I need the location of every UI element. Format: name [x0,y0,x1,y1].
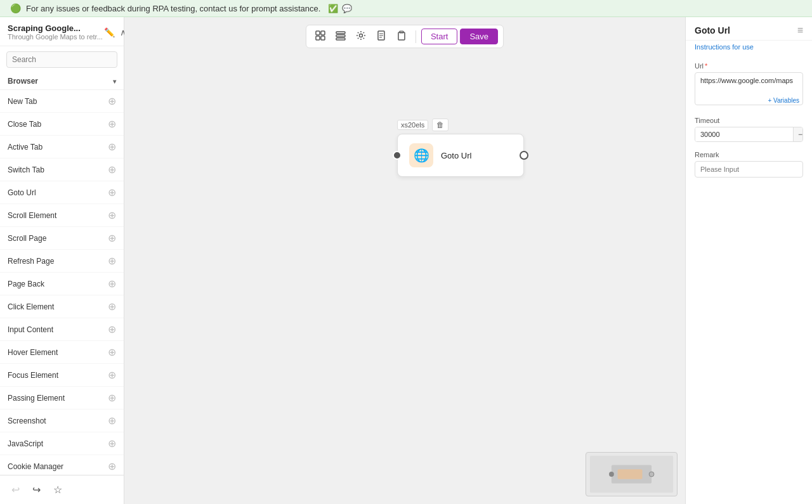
right-panel: Goto Url ≡ Instructions for use Url * ht… [685,17,812,504]
add-icon[interactable]: ⊕ [108,415,116,427]
redo-button[interactable]: ↪ [29,481,44,498]
add-icon[interactable]: ⊕ [108,460,116,472]
right-panel-header: Goto Url ≡ [686,17,812,41]
node-label-row: xs20els 🗑 [397,119,524,131]
sidebar-item-new-tab[interactable]: New Tab ⊕ [0,90,124,113]
sidebar-item-switch-tab[interactable]: Switch Tab ⊕ [0,158,124,181]
sidebar-item-label: Switch Tab [8,165,44,174]
required-star: * [705,62,707,70]
add-icon[interactable]: ⊕ [108,278,116,290]
star-button[interactable]: ☆ [49,481,66,498]
file-button[interactable] [372,28,390,45]
edit-project-button[interactable]: ✏️ [103,26,116,39]
sidebar-item-label: Input Content [8,325,53,334]
svg-rect-2 [316,36,320,40]
right-panel-body: Url * https://www.google.com/maps + Vari… [686,56,812,504]
sidebar-item-javascript[interactable]: JavaScript ⊕ [0,432,124,455]
save-button[interactable]: Save [460,29,498,44]
browser-section: Browser ▾ New Tab ⊕ Close Tab ⊕ Active T… [0,73,124,475]
start-button[interactable]: Start [421,29,457,44]
svg-rect-3 [321,36,325,40]
svg-point-7 [359,34,362,37]
sidebar-item-label: Page Back [8,280,44,288]
grid-view-button[interactable] [311,28,329,45]
timeout-input[interactable] [695,127,793,141]
toolbar-divider [416,30,416,43]
svg-rect-1 [321,31,325,35]
add-icon[interactable]: ⊕ [108,323,116,335]
sidebar-item-scroll-page[interactable]: Scroll Page ⊕ [0,227,124,250]
discord-icon: 💬 [342,4,352,13]
check-icon: 🟢 [10,3,21,13]
node-card[interactable]: 🌐 Goto Url [397,134,524,177]
add-icon[interactable]: ⊕ [108,437,116,449]
undo-button[interactable]: ↩ [8,481,23,498]
sidebar-item-label: Focus Element [8,371,58,380]
sidebar-item-hover-element[interactable]: Hover Element ⊕ [0,341,124,364]
node-icon: 🌐 [409,143,433,167]
sidebar-item-goto-url[interactable]: Goto Url ⊕ [0,181,124,204]
add-icon[interactable]: ⊕ [108,369,116,381]
sidebar-item-focus-element[interactable]: Focus Element ⊕ [0,364,124,387]
sidebar-item-refresh-page[interactable]: Refresh Page ⊕ [0,250,124,273]
sidebar-item-click-element[interactable]: Click Element ⊕ [0,295,124,318]
sidebar-item-label: Refresh Page [8,257,54,266]
sidebar-item-label: Goto Url [8,188,36,197]
top-banner: 🟢 For any issues or feedback during RPA … [0,0,812,17]
right-panel-menu-icon[interactable]: ≡ [797,25,803,36]
browser-section-label: Browser [8,77,38,86]
add-icon[interactable]: ⊕ [108,164,116,176]
add-icon[interactable]: ⊕ [108,346,116,358]
add-icon[interactable]: ⊕ [108,209,116,221]
sidebar-item-close-tab[interactable]: Close Tab ⊕ [0,113,124,136]
search-input[interactable] [6,51,117,68]
instructions-link[interactable]: Instructions for use [686,41,812,56]
sidebar-item-input-content[interactable]: Input Content ⊕ [0,318,124,341]
main-layout: Scraping Google... Through Google Maps t… [0,17,812,504]
settings-button[interactable] [352,28,370,45]
add-icon[interactable]: ⊕ [108,232,116,244]
browser-section-header[interactable]: Browser ▾ [0,73,124,90]
sidebar-item-page-back[interactable]: Page Back ⊕ [0,273,124,295]
svg-rect-9 [398,32,405,40]
sidebar-item-label: Scroll Page [8,234,46,243]
timeout-row: − + [695,127,803,142]
node-connector-right [520,151,528,160]
node-delete-button[interactable]: 🗑 [432,119,449,131]
sidebar-item-label: Hover Element [8,348,58,357]
add-icon[interactable]: ⊕ [108,255,116,267]
sidebar-item-label: Screenshot [8,417,46,425]
sidebar-item-screenshot[interactable]: Screenshot ⊕ [0,410,124,432]
list-view-button[interactable] [332,28,350,45]
timeout-decrease-button[interactable]: − [793,127,803,141]
remark-input[interactable] [695,161,803,178]
right-panel-title: Goto Url [695,25,730,36]
node-connector-left [393,151,402,160]
variables-link[interactable]: + Variables [768,97,799,104]
add-icon[interactable]: ⊕ [108,95,116,107]
sidebar-item-label: Close Tab [8,120,41,129]
sidebar-item-passing-element[interactable]: Passing Element ⊕ [0,387,124,410]
add-icon[interactable]: ⊕ [108,300,116,313]
node-title: Goto Url [441,151,471,160]
svg-rect-5 [336,35,345,37]
clipboard-button[interactable] [393,28,410,45]
sidebar-item-label: Scroll Element [8,211,56,220]
canvas-area[interactable]: Start Save xs20els 🗑 🌐 Goto Url [124,17,685,504]
sidebar-item-label: Active Tab [8,143,43,152]
sidebar-item-cookie-manager[interactable]: Cookie Manager ⊕ [0,455,124,475]
add-icon[interactable]: ⊕ [108,186,116,198]
add-icon[interactable]: ⊕ [108,118,116,130]
sidebar-item-label: Passing Element [8,394,65,403]
timeout-field-label: Timeout [695,117,803,124]
bottom-toolbar: ↩ ↪ ☆ [0,475,124,504]
add-icon[interactable]: ⊕ [108,392,116,404]
globe-icon: 🌐 [414,148,429,163]
sidebar-header: Scraping Google... Through Google Maps t… [0,17,124,46]
sidebar-item-active-tab[interactable]: Active Tab ⊕ [0,136,124,158]
url-field-wrapper: https://www.google.com/maps + Variables [695,72,803,108]
svg-rect-0 [316,31,320,35]
sidebar-item-scroll-element[interactable]: Scroll Element ⊕ [0,204,124,227]
add-icon[interactable]: ⊕ [108,141,116,153]
sidebar-item-label: Cookie Manager [8,462,63,471]
